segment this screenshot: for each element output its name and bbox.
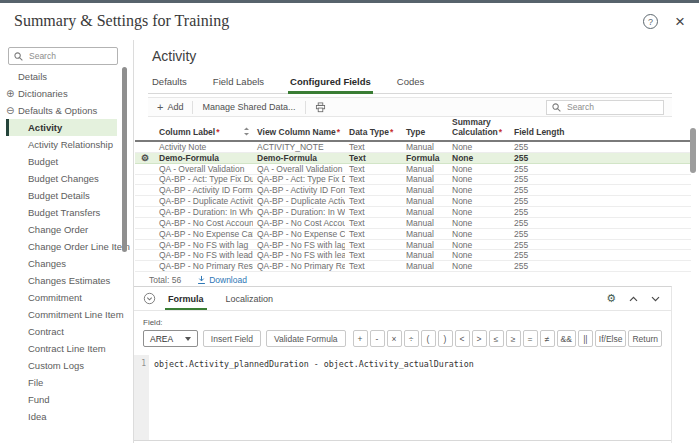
- operator-button[interactable]: &&: [557, 330, 576, 347]
- sidebar-nav-item[interactable]: Budget Transfers: [0, 204, 117, 221]
- sidebar-scrollbar-thumb[interactable]: [122, 67, 127, 252]
- formula-panel-tab[interactable]: Localization: [226, 287, 274, 310]
- operator-button[interactable]: Return: [628, 330, 662, 347]
- column-header[interactable]: Data Type*: [345, 128, 402, 141]
- cell-type: Manual: [402, 250, 448, 260]
- cell-view-column-name: QA-BP - Duplicate Activit...: [253, 196, 345, 206]
- operator-button[interactable]: ≤: [489, 330, 504, 347]
- tree-toggle-icon[interactable]: ⊖: [6, 106, 14, 116]
- sidebar-nav-item-label: Idea: [28, 411, 47, 422]
- sidebar-nav-item[interactable]: ⊕ Dictionaries: [0, 85, 117, 102]
- collapse-panel-icon[interactable]: [143, 292, 156, 305]
- operator-button[interactable]: -: [370, 330, 385, 347]
- sidebar-nav-item[interactable]: File: [0, 374, 117, 391]
- cell-summary-calculation: None: [448, 250, 510, 260]
- sidebar-search-box[interactable]: [8, 47, 118, 65]
- cell-column-label: QA-BP - Act: Type Fix Dur & ...: [155, 174, 253, 184]
- sidebar-nav-item[interactable]: Idea: [0, 408, 117, 425]
- tab[interactable]: Defaults: [152, 72, 187, 93]
- field-dropdown[interactable]: AREA: [143, 330, 198, 347]
- column-header[interactable]: Field Length: [510, 128, 691, 141]
- sidebar-nav-item[interactable]: Budget Details: [0, 187, 117, 204]
- sidebar-nav-item[interactable]: Details: [0, 68, 117, 85]
- sidebar-nav-item[interactable]: Changes Estimates: [0, 272, 117, 289]
- chevron-down-icon[interactable]: [651, 296, 660, 302]
- table-row[interactable]: QA-BP - No Primary Resource QA-BP - No P…: [135, 261, 691, 272]
- table-row[interactable]: QA-BP - Duplicate Activity N... QA-BP - …: [135, 196, 691, 207]
- sidebar-search-input[interactable]: [27, 50, 112, 62]
- insert-field-button[interactable]: Insert Field: [203, 330, 261, 347]
- column-header-label: Column Label: [159, 127, 215, 137]
- column-header[interactable]: View Column Name*: [253, 128, 345, 141]
- manage-shared-data-button[interactable]: Manage Shared Data...: [193, 98, 304, 116]
- operator-button[interactable]: <: [455, 330, 470, 347]
- help-icon[interactable]: [643, 14, 658, 29]
- table-scrollbar-thumb[interactable]: [690, 128, 696, 173]
- sidebar-nav-item[interactable]: Activity Relationship: [0, 136, 117, 153]
- table-row[interactable]: Activity Note ACTIVITY_NOTE Text Manual …: [135, 142, 691, 153]
- settings-gear-icon[interactable]: [606, 293, 616, 304]
- table-search-box[interactable]: [546, 100, 664, 115]
- cell-view-column-name: QA-BP - No FS with lag: [253, 240, 345, 250]
- column-header[interactable]: Summary Calculation*: [448, 118, 510, 140]
- table-row[interactable]: QA-BP - No FS with lead QA-BP - No FS wi…: [135, 250, 691, 261]
- operator-button[interactable]: ): [438, 330, 453, 347]
- add-button[interactable]: Add: [148, 98, 192, 116]
- table-row[interactable]: Demo-Formula Demo-Formula Text Formula N…: [135, 153, 691, 164]
- tab[interactable]: Codes: [397, 72, 424, 93]
- sidebar-nav-item[interactable]: Budget: [0, 153, 117, 170]
- download-icon: [197, 275, 206, 285]
- table-row[interactable]: QA-BP - No FS with lag QA-BP - No FS wit…: [135, 240, 691, 251]
- column-header[interactable]: Type: [402, 128, 448, 141]
- operator-button[interactable]: ÷: [404, 330, 419, 347]
- operator-button[interactable]: ≥: [506, 330, 521, 347]
- tab[interactable]: Field Labels: [213, 72, 264, 93]
- sidebar-nav-item[interactable]: Changes: [0, 255, 117, 272]
- close-icon[interactable]: [675, 15, 685, 28]
- validate-formula-button[interactable]: Validate Formula: [266, 330, 346, 347]
- sidebar-nav-item[interactable]: ⊖ Defaults & Options: [0, 102, 117, 119]
- formula-panel-tab[interactable]: Formula: [168, 287, 204, 310]
- sidebar-nav-item[interactable]: Budget Changes: [0, 170, 117, 187]
- operator-button[interactable]: (: [421, 330, 436, 347]
- table-row[interactable]: QA-BP - Activity ID Format QA-BP - Activ…: [135, 185, 691, 196]
- sidebar-nav-item[interactable]: Fund: [0, 391, 117, 408]
- table-row[interactable]: QA-BP - Act: Type Fix Dur & ... QA-BP - …: [135, 175, 691, 186]
- cell-type: Manual: [402, 240, 448, 250]
- sidebar-nav-item[interactable]: Commitment: [0, 289, 117, 306]
- sidebar-nav-item[interactable]: Custom Logs: [0, 357, 117, 374]
- table-search-input[interactable]: [565, 101, 658, 113]
- tree-toggle-icon[interactable]: ⊕: [6, 89, 14, 99]
- sidebar-nav-item[interactable]: Change Order: [0, 221, 117, 238]
- operator-button[interactable]: If/Else: [595, 330, 627, 347]
- sidebar-nav-item[interactable]: Activity: [6, 119, 117, 136]
- table-row[interactable]: QA - Overall Validation QA - Overall Val…: [135, 164, 691, 175]
- operator-button[interactable]: ||: [578, 330, 593, 347]
- sidebar-nav-item[interactable]: Change Order Line Item: [0, 238, 117, 255]
- operator-button[interactable]: +: [353, 330, 368, 347]
- search-icon: [14, 52, 23, 61]
- sidebar-nav-item[interactable]: Contract Line Item: [0, 340, 117, 357]
- table-row[interactable]: QA-BP - No Cost Account QA-BP - No Cost …: [135, 218, 691, 229]
- chevron-up-icon[interactable]: [629, 296, 638, 302]
- tab[interactable]: Configured Fields: [290, 72, 371, 93]
- cell-summary-calculation: None: [448, 153, 510, 163]
- sidebar-nav-item[interactable]: Contract: [0, 323, 117, 340]
- download-link[interactable]: Download: [197, 275, 247, 285]
- operator-button[interactable]: =: [523, 330, 538, 347]
- column-header-label: Type: [406, 127, 425, 137]
- sidebar-nav-item-label: Dictionaries: [18, 88, 68, 99]
- formula-code[interactable]: object.Activity_plannedDuration - object…: [149, 355, 671, 440]
- sidebar-nav-item[interactable]: Commitment Line Item: [0, 306, 117, 323]
- table-row[interactable]: QA-BP - Duration: In Whole ... QA-BP - D…: [135, 207, 691, 218]
- print-button[interactable]: [306, 98, 335, 116]
- row-gear-icon[interactable]: [141, 153, 149, 163]
- table-row[interactable]: QA-BP - No Expense Category QA-BP - No E…: [135, 229, 691, 240]
- sort-icon[interactable]: [243, 127, 250, 136]
- operator-button[interactable]: >: [472, 330, 487, 347]
- page-title: Summary & Settings for Training: [14, 12, 229, 30]
- operator-button[interactable]: ×: [387, 330, 402, 347]
- formula-editor[interactable]: 1 object.Activity_plannedDuration - obje…: [134, 355, 671, 441]
- operator-button[interactable]: ≠: [540, 330, 555, 347]
- column-header[interactable]: Column Label*: [155, 128, 253, 141]
